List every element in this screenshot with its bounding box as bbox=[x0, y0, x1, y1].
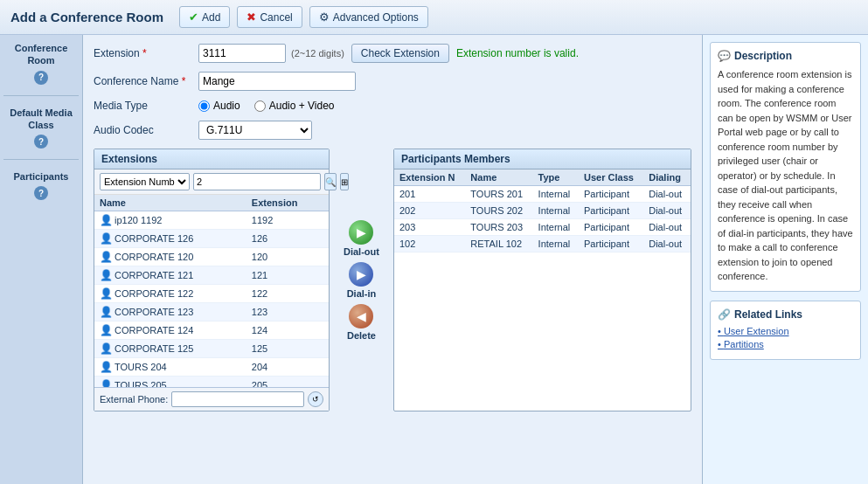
related-link-item[interactable]: User Extension bbox=[718, 326, 853, 336]
list-item[interactable]: 👤TOURS 204204 bbox=[94, 358, 329, 377]
ext-extension-cell: 205 bbox=[247, 377, 329, 388]
ext-name-cell: 👤ip120 1192 bbox=[94, 211, 247, 230]
add-label: Add bbox=[202, 11, 220, 24]
extensions-search-row: Extension Numb 🔍 ⊞ bbox=[94, 169, 329, 195]
part-col-ext: Extension N bbox=[394, 169, 465, 186]
extensions-search-filter[interactable]: Extension Numb bbox=[100, 173, 190, 190]
part-col-user-class: User Class bbox=[579, 169, 643, 186]
user-icon: 👤 bbox=[100, 379, 113, 387]
list-item[interactable]: 👤CORPORATE 124124 bbox=[94, 322, 329, 340]
participants-info-icon[interactable]: ? bbox=[34, 186, 48, 200]
ext-name-cell: 👤TOURS 204 bbox=[94, 358, 247, 377]
ext-extension-cell: 121 bbox=[247, 266, 329, 285]
audio-video-radio[interactable] bbox=[254, 100, 266, 112]
conference-room-info-icon[interactable]: ? bbox=[34, 71, 48, 85]
user-icon: 👤 bbox=[100, 251, 113, 263]
advanced-options-button[interactable]: ⚙ Advanced Options bbox=[309, 6, 428, 28]
audio-radio-label[interactable]: Audio bbox=[198, 100, 240, 112]
audio-video-label: Audio + Video bbox=[269, 100, 335, 112]
part-col-dialing: Dialing bbox=[643, 169, 691, 186]
sidebar-default-media-label: Default Media Class bbox=[3, 107, 79, 132]
part-type-cell: Internal bbox=[533, 219, 579, 236]
search-icon: 🔍 bbox=[325, 177, 336, 187]
dialout-action[interactable]: ▶ Dial-out bbox=[344, 220, 379, 257]
audio-video-radio-label[interactable]: Audio + Video bbox=[254, 100, 335, 112]
table-row[interactable]: 202TOURS 202InternalParticipantDial-out bbox=[394, 203, 691, 219]
dialin-button[interactable]: ▶ bbox=[349, 262, 373, 287]
dialin-action[interactable]: ▶ Dial-in bbox=[347, 262, 377, 299]
list-item[interactable]: 👤CORPORATE 122122 bbox=[94, 285, 329, 303]
related-links-container: User ExtensionPartitions bbox=[718, 326, 853, 349]
description-icon: 💬 bbox=[718, 50, 731, 62]
audio-codec-select[interactable]: G.711U bbox=[198, 121, 312, 140]
user-icon: 👤 bbox=[100, 269, 113, 281]
dialin-label: Dial-in bbox=[347, 288, 377, 299]
ext-col-extension: Extension bbox=[247, 195, 329, 211]
ext-name-cell: 👤CORPORATE 126 bbox=[94, 230, 247, 248]
audio-codec-row: Audio Codec G.711U bbox=[94, 121, 691, 140]
part-col-type: Type bbox=[533, 169, 579, 186]
list-item[interactable]: 👤TOURS 205205 bbox=[94, 377, 329, 388]
dialout-label: Dial-out bbox=[344, 246, 379, 257]
related-link-item[interactable]: Partitions bbox=[718, 339, 853, 349]
delete-action[interactable]: ◀ Delete bbox=[347, 304, 376, 341]
list-item[interactable]: 👤ip120 11921192 bbox=[94, 211, 329, 230]
part-user-class-cell: Participant bbox=[579, 236, 643, 252]
extensions-search-input[interactable] bbox=[193, 173, 321, 190]
part-ext-cell: 203 bbox=[394, 219, 465, 236]
table-row[interactable]: 102RETAIL 102InternalParticipantDial-out bbox=[394, 236, 691, 252]
related-links-box: 🔗 Related Links User ExtensionPartitions bbox=[710, 301, 861, 360]
external-phone-input[interactable] bbox=[171, 391, 304, 407]
sidebar-participants-label: Participants bbox=[14, 170, 69, 183]
main-content: Conference Room ? Default Media Class ? … bbox=[0, 35, 868, 484]
description-panel: 💬 Description A conference room extensio… bbox=[702, 35, 868, 484]
audio-radio[interactable] bbox=[198, 100, 210, 112]
delete-button[interactable]: ◀ bbox=[349, 304, 373, 328]
ext-name-cell: 👤CORPORATE 124 bbox=[94, 322, 247, 340]
ext-name-cell: 👤CORPORATE 125 bbox=[94, 340, 247, 358]
table-row[interactable]: 201TOURS 201InternalParticipantDial-out bbox=[394, 186, 691, 203]
table-row[interactable]: 203TOURS 203InternalParticipantDial-out bbox=[394, 219, 691, 236]
part-type-cell: Internal bbox=[533, 186, 579, 203]
part-name-cell: TOURS 201 bbox=[465, 186, 532, 203]
related-links-title: 🔗 Related Links bbox=[718, 308, 853, 321]
ext-extension-cell: 123 bbox=[247, 303, 329, 322]
part-ext-cell: 102 bbox=[394, 236, 465, 252]
part-user-class-cell: Participant bbox=[579, 203, 643, 219]
audio-codec-label: Audio Codec bbox=[94, 124, 198, 136]
list-item[interactable]: 👤CORPORATE 126126 bbox=[94, 230, 329, 248]
form-area: Extension * (2~12 digits) Check Extensio… bbox=[83, 35, 702, 484]
extensions-search-button[interactable]: 🔍 bbox=[324, 173, 337, 190]
advanced-label: Advanced Options bbox=[333, 11, 419, 24]
part-ext-cell: 201 bbox=[394, 186, 465, 203]
default-media-info-icon[interactable]: ? bbox=[34, 135, 48, 149]
ext-extension-cell: 204 bbox=[247, 358, 329, 377]
list-item[interactable]: 👤CORPORATE 121121 bbox=[94, 266, 329, 285]
list-item[interactable]: 👤CORPORATE 120120 bbox=[94, 248, 329, 266]
delete-label: Delete bbox=[347, 330, 376, 341]
ext-name-cell: 👤CORPORATE 122 bbox=[94, 285, 247, 303]
add-button[interactable]: ✔ Add bbox=[179, 6, 230, 28]
extension-input[interactable] bbox=[198, 44, 286, 63]
page-title: Add a Conference Room bbox=[10, 10, 163, 24]
list-item[interactable]: 👤CORPORATE 123123 bbox=[94, 303, 329, 322]
cancel-button[interactable]: ✖ Cancel bbox=[237, 6, 302, 28]
external-phone-refresh-button[interactable]: ↺ bbox=[308, 391, 323, 407]
ext-extension-cell: 124 bbox=[247, 322, 329, 340]
user-icon: 👤 bbox=[100, 361, 113, 373]
list-item[interactable]: 👤CORPORATE 125125 bbox=[94, 340, 329, 358]
ext-extension-cell: 120 bbox=[247, 248, 329, 266]
refresh-icon: ↺ bbox=[312, 395, 319, 404]
sidebar-conference-room-label: Conference Room bbox=[3, 42, 79, 67]
action-buttons: ▶ Dial-out ▶ Dial-in ◀ Delete bbox=[337, 149, 386, 411]
ext-extension-cell: 122 bbox=[247, 285, 329, 303]
part-name-cell: RETAIL 102 bbox=[465, 236, 532, 252]
media-type-row: Media Type Audio Audio + Video bbox=[94, 100, 691, 112]
conference-name-input[interactable] bbox=[198, 72, 356, 91]
part-name-cell: TOURS 202 bbox=[465, 203, 532, 219]
dialout-button[interactable]: ▶ bbox=[349, 220, 373, 245]
check-extension-button[interactable]: Check Extension bbox=[351, 44, 449, 63]
external-phone-label: External Phone: bbox=[100, 394, 168, 404]
part-user-class-cell: Participant bbox=[579, 219, 643, 236]
part-dialing-cell: Dial-out bbox=[643, 203, 691, 219]
